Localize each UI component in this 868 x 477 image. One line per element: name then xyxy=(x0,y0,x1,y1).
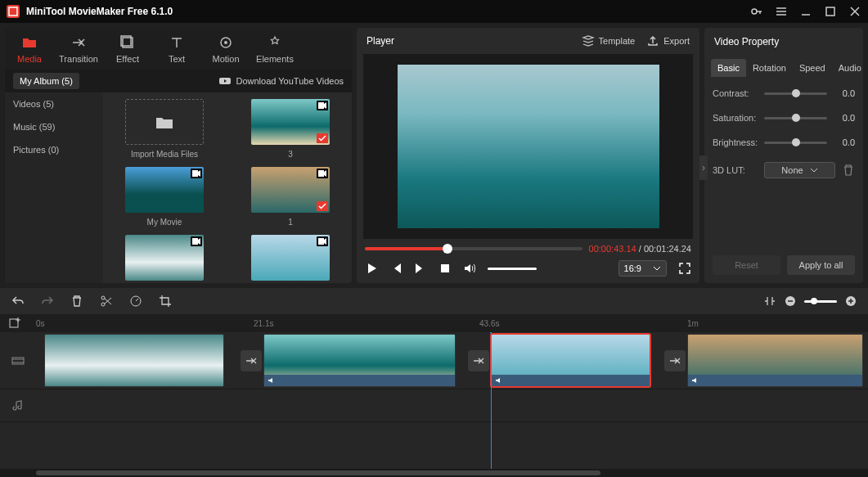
download-youtube-link[interactable]: Download YouTube Videos xyxy=(218,74,344,88)
svg-rect-12 xyxy=(318,238,324,245)
check-icon xyxy=(317,133,328,143)
check-icon xyxy=(317,201,328,211)
svg-rect-8 xyxy=(318,102,324,109)
lut-row: 3D LUT: None xyxy=(713,162,855,178)
contrast-row: Contrast: 0.0 xyxy=(713,88,855,98)
timeline-clip-selected[interactable] xyxy=(491,334,650,387)
menu-icon[interactable] xyxy=(775,5,788,18)
svg-rect-2 xyxy=(826,7,834,16)
timeline-clip[interactable] xyxy=(263,334,456,387)
player-panel: Player Template Export 00:00:43.14 / 00:… xyxy=(357,28,699,283)
stop-button[interactable] xyxy=(438,262,452,275)
tab-media[interactable]: Media xyxy=(5,28,54,70)
export-button[interactable]: Export xyxy=(646,34,690,47)
timeline-panel: 0s 21.1s 43.6s 1m xyxy=(0,288,868,477)
svg-rect-9 xyxy=(192,170,198,177)
redo-icon[interactable] xyxy=(41,295,54,308)
speed-icon[interactable] xyxy=(129,295,142,308)
media-thumb[interactable]: 3 xyxy=(236,99,345,159)
tab-elements[interactable]: Elements xyxy=(250,28,299,70)
timeline-clip[interactable] xyxy=(687,334,863,387)
video-track xyxy=(0,332,868,389)
reset-button[interactable]: Reset xyxy=(713,255,780,275)
media-thumb[interactable] xyxy=(110,235,219,281)
next-button[interactable] xyxy=(414,262,427,275)
progress-bar[interactable] xyxy=(365,247,582,250)
transition-icon[interactable] xyxy=(468,350,489,371)
audio-track-icon[interactable] xyxy=(0,399,36,412)
transition-icon[interactable] xyxy=(664,350,686,371)
prev-button[interactable] xyxy=(389,262,403,275)
template-button[interactable]: Template xyxy=(582,34,636,47)
player-label: Player xyxy=(367,35,394,47)
tab-motion[interactable]: Motion xyxy=(201,28,250,70)
timecode: 00:00:43.14 / 00:01:24.24 xyxy=(589,244,691,254)
svg-rect-10 xyxy=(318,170,324,177)
player-controls: 00:00:43.14 / 00:01:24.24 16:9 xyxy=(357,239,699,283)
tab-effect[interactable]: Effect xyxy=(103,28,152,70)
prop-tab-basic[interactable]: Basic xyxy=(711,59,746,77)
lut-select[interactable]: None xyxy=(764,162,835,178)
video-track-icon[interactable] xyxy=(0,354,36,367)
zoom-in-icon[interactable] xyxy=(845,295,857,307)
cat-pictures[interactable]: Pictures (0) xyxy=(5,138,103,161)
timeline-clip[interactable] xyxy=(44,334,224,387)
cat-music[interactable]: Music (59) xyxy=(5,115,103,138)
cat-videos[interactable]: Videos (5) xyxy=(5,92,103,115)
tool-tabs: Media Transition Effect Text Motion xyxy=(5,28,352,70)
player-preview[interactable] xyxy=(363,54,693,239)
property-title: Video Property xyxy=(704,28,863,56)
video-icon xyxy=(191,236,202,246)
transition-icon[interactable] xyxy=(241,350,262,371)
playhead[interactable] xyxy=(491,332,492,469)
import-media-button[interactable]: Import Media Files xyxy=(110,99,219,159)
panel-expand-handle[interactable]: › xyxy=(699,155,708,180)
svg-rect-11 xyxy=(192,238,198,245)
close-icon[interactable] xyxy=(848,5,861,18)
tab-transition[interactable]: Transition xyxy=(54,28,103,70)
volume-icon[interactable] xyxy=(463,262,476,275)
property-tabs: Basic Rotation Speed Audio xyxy=(711,59,857,77)
prop-tab-audio[interactable]: Audio xyxy=(832,59,868,77)
prop-tab-speed[interactable]: Speed xyxy=(793,59,832,77)
maximize-icon[interactable] xyxy=(824,5,837,18)
svg-rect-20 xyxy=(12,358,24,364)
zoom-slider[interactable] xyxy=(804,300,837,303)
audio-track xyxy=(0,389,868,422)
video-icon xyxy=(191,169,202,178)
delete-icon[interactable] xyxy=(70,295,83,308)
media-thumb[interactable]: 1 xyxy=(236,167,345,227)
minimize-icon[interactable] xyxy=(799,5,812,18)
video-icon xyxy=(317,101,328,110)
timeline-ruler[interactable]: 0s 21.1s 43.6s 1m xyxy=(0,314,868,332)
media-thumb[interactable]: My Movie xyxy=(110,167,219,227)
timeline-scrollbar[interactable] xyxy=(0,469,868,477)
media-grid: Import Media Files 3 My Movie 1 xyxy=(103,92,352,283)
apply-all-button[interactable]: Apply to all xyxy=(787,255,855,275)
crop-icon[interactable] xyxy=(159,295,172,308)
brightness-slider[interactable] xyxy=(764,142,827,144)
saturation-slider[interactable] xyxy=(764,117,827,119)
aspect-select[interactable]: 16:9 xyxy=(618,260,667,277)
play-button[interactable] xyxy=(365,262,378,275)
contrast-slider[interactable] xyxy=(764,92,827,95)
prop-tab-rotation[interactable]: Rotation xyxy=(746,59,793,77)
undo-icon[interactable] xyxy=(11,295,25,308)
delete-lut-icon[interactable] xyxy=(842,164,855,177)
volume-slider[interactable] xyxy=(488,268,537,270)
svg-point-14 xyxy=(101,303,105,306)
fullscreen-icon[interactable] xyxy=(678,262,691,275)
media-thumb[interactable] xyxy=(236,235,345,281)
add-track-icon[interactable] xyxy=(7,315,23,331)
video-icon xyxy=(317,169,328,178)
zoom-out-icon[interactable] xyxy=(785,295,796,307)
svg-rect-0 xyxy=(9,7,17,16)
key-icon[interactable] xyxy=(750,5,763,18)
media-panel: Media Transition Effect Text Motion xyxy=(5,28,352,283)
svg-rect-13 xyxy=(441,264,449,272)
tab-text[interactable]: Text xyxy=(152,28,201,70)
fit-icon[interactable] xyxy=(763,295,776,308)
album-label[interactable]: My Album (5) xyxy=(13,73,79,89)
split-icon[interactable] xyxy=(100,295,113,308)
timeline-toolbar xyxy=(0,288,868,314)
